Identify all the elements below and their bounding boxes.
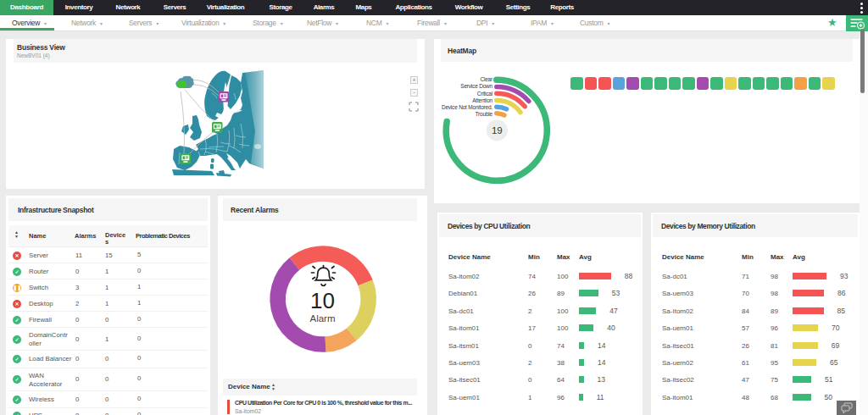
svg-text:19: 19 [492, 125, 503, 136]
